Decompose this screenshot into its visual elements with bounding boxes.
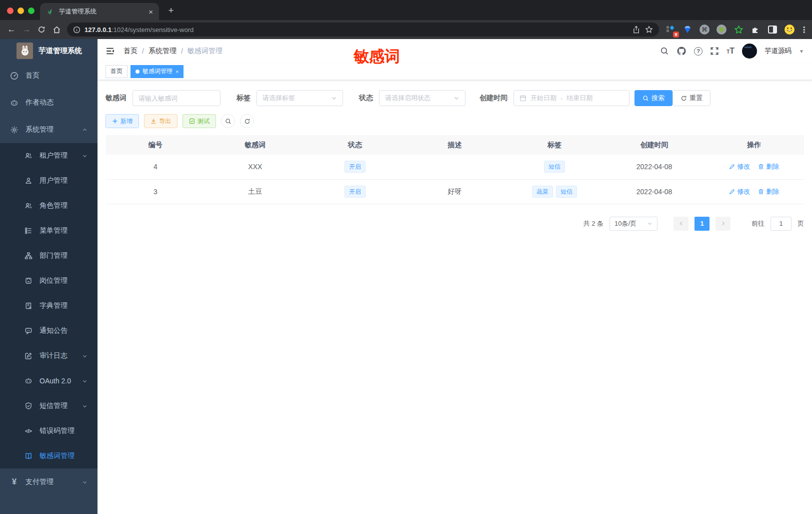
close-window-button[interactable] xyxy=(7,8,14,14)
page-size-select[interactable]: 10条/页 xyxy=(610,217,658,231)
reset-button-label: 重置 xyxy=(690,94,702,103)
help-icon[interactable]: ? xyxy=(694,47,702,56)
sidebar-item-tenant[interactable]: 租户管理 xyxy=(0,143,98,168)
edit-link-label: 修改 xyxy=(737,162,750,171)
url-bar[interactable]: 127.0.0.1:1024/system/sensitive-word xyxy=(67,23,659,37)
edit-link[interactable]: 修改 xyxy=(729,187,750,196)
status-select[interactable]: 请选择启用状态 xyxy=(379,90,466,106)
collapse-sidebar-icon[interactable] xyxy=(106,47,114,56)
sidebar-item-dict[interactable]: 字典管理 xyxy=(0,293,98,318)
next-page-button[interactable] xyxy=(716,217,730,231)
edit-link[interactable]: 修改 xyxy=(729,162,750,171)
header-actions: ? TT 芋道源码 ▼ xyxy=(660,44,804,59)
new-tab-button[interactable]: + xyxy=(165,5,177,17)
user-avatar[interactable] xyxy=(742,44,757,59)
show-search-toggle-button[interactable] xyxy=(221,114,235,128)
tag-label: 标签 xyxy=(236,94,250,103)
bookmark-star-icon[interactable] xyxy=(645,26,653,34)
search-icon[interactable] xyxy=(660,47,669,56)
forward-icon[interactable]: → xyxy=(19,22,34,37)
sidebar-item-menu[interactable]: 菜单管理 xyxy=(0,218,98,243)
sidebar-item-errcode[interactable]: </> 错误码管理 xyxy=(0,418,98,443)
gem-extension-icon[interactable] xyxy=(682,24,693,35)
start-date-placeholder[interactable]: 开始日期 xyxy=(530,94,556,103)
side-panel-icon[interactable] xyxy=(767,24,778,35)
star-extension-icon[interactable] xyxy=(733,24,744,35)
sidebar-item-role[interactable]: 角色管理 xyxy=(0,193,98,218)
url-text[interactable]: 127.0.0.1:1024/system/sensitive-word xyxy=(84,26,628,34)
profile-avatar-emoji[interactable] xyxy=(784,24,795,35)
close-icon[interactable]: × xyxy=(176,69,178,75)
prev-page-button[interactable] xyxy=(674,217,688,231)
search-button-label: 搜索 xyxy=(652,94,664,103)
goto-label: 前往 xyxy=(752,219,764,228)
page-unit-label: 页 xyxy=(798,219,804,228)
sidebar-item-home[interactable]: 首页 xyxy=(0,62,98,89)
breadcrumb-home[interactable]: 首页 xyxy=(124,47,138,56)
back-icon[interactable]: ← xyxy=(4,22,19,37)
tag-badge: 短信 xyxy=(556,186,577,198)
sidebar-item-system[interactable]: 系统管理 xyxy=(0,116,98,143)
delete-link[interactable]: 删除 xyxy=(758,187,779,196)
search-button[interactable]: 搜索 xyxy=(634,90,672,106)
end-date-placeholder[interactable]: 结束日期 xyxy=(566,94,592,103)
tag-badge: 短信 xyxy=(544,161,565,173)
add-button[interactable]: 新增 xyxy=(106,114,139,128)
extension-badge: 9 xyxy=(673,32,679,38)
reset-button[interactable]: 重置 xyxy=(672,90,710,106)
tab-manager-extension-icon[interactable]: 9 xyxy=(665,24,676,35)
keyword-input[interactable] xyxy=(138,95,214,102)
sidebar-logo[interactable]: 芋道管理系统 xyxy=(0,39,98,62)
sidebar-item-dept[interactable]: 部门管理 xyxy=(0,243,98,268)
browser-tab[interactable]: 芋道管理系统 × xyxy=(40,3,159,20)
command-extension-icon[interactable]: ⌘ xyxy=(699,24,710,35)
cell-description: 好呀 xyxy=(405,179,505,204)
username[interactable]: 芋道源码 xyxy=(764,47,792,56)
page-content: 敏感词 标签 请选择标签 状态 请选择启用状态 xyxy=(98,80,812,514)
app-header: 首页 / 系统管理 / 敏感词管理 ? TT 芋道源码 ▼ xyxy=(98,39,812,63)
share-icon[interactable] xyxy=(632,26,640,34)
delete-link[interactable]: 删除 xyxy=(758,162,779,171)
tag-view-home[interactable]: 首页 xyxy=(106,65,128,78)
sidebar-item-post[interactable]: 岗位管理 xyxy=(0,268,98,293)
sidebar-item-label: 岗位管理 xyxy=(40,276,68,285)
tab-close-icon[interactable]: × xyxy=(148,8,153,16)
minimize-window-button[interactable] xyxy=(18,8,24,14)
gear-icon xyxy=(10,126,18,134)
keyword-label: 敏感词 xyxy=(106,94,126,103)
sidebar-item-sensitive-word[interactable]: 敏感词管理 xyxy=(0,443,98,468)
recorder-extension-icon[interactable] xyxy=(716,24,727,35)
goto-page-input[interactable] xyxy=(770,217,792,231)
chevron-down-icon[interactable]: ▼ xyxy=(799,49,804,54)
sidebar-item-notice[interactable]: 通知公告 xyxy=(0,318,98,343)
tag-select[interactable]: 请选择标签 xyxy=(256,90,343,106)
zoom-window-button[interactable] xyxy=(28,8,34,14)
page-number-current[interactable]: 1 xyxy=(694,217,710,231)
rabbit-logo-icon xyxy=(16,43,33,59)
refresh-table-button[interactable] xyxy=(240,114,254,128)
sidebar-item-oauth[interactable]: OAuth 2.0 xyxy=(0,368,98,393)
sidebar-item-audit[interactable]: 审计日志 xyxy=(0,343,98,368)
extensions-puzzle-icon[interactable] xyxy=(750,24,761,35)
sidebar-item-sms[interactable]: 短信管理 xyxy=(0,393,98,418)
breadcrumb-system[interactable]: 系统管理 xyxy=(148,47,176,56)
tag-view-active[interactable]: 敏感词管理 × xyxy=(130,65,184,78)
github-icon[interactable] xyxy=(676,46,686,56)
site-info-icon[interactable] xyxy=(73,26,80,34)
fullscreen-icon[interactable] xyxy=(710,47,719,56)
table-row: 4 XXX 开启 短信 2022-04-08 修改 删除 xyxy=(106,155,804,179)
total-count: 共 2 条 xyxy=(584,219,604,228)
font-size-icon[interactable]: TT xyxy=(726,47,734,56)
test-button[interactable]: 测试 xyxy=(182,114,216,128)
sidebar-item-user[interactable]: 用户管理 xyxy=(0,168,98,193)
chevron-down-icon xyxy=(82,479,88,485)
sidebar-item-payment[interactable]: ¥ 支付管理 xyxy=(0,468,98,495)
home-icon[interactable] xyxy=(49,22,64,37)
sidebar-item-author[interactable]: 作者动态 xyxy=(0,89,98,116)
status-select-placeholder: 请选择启用状态 xyxy=(385,94,430,103)
calendar-icon xyxy=(520,95,526,102)
date-range-picker[interactable]: 开始日期 - 结束日期 xyxy=(514,90,630,106)
export-button[interactable]: 导出 xyxy=(144,114,178,128)
browser-menu-icon[interactable]: ⋮ xyxy=(800,25,808,35)
reload-icon[interactable] xyxy=(34,22,49,37)
